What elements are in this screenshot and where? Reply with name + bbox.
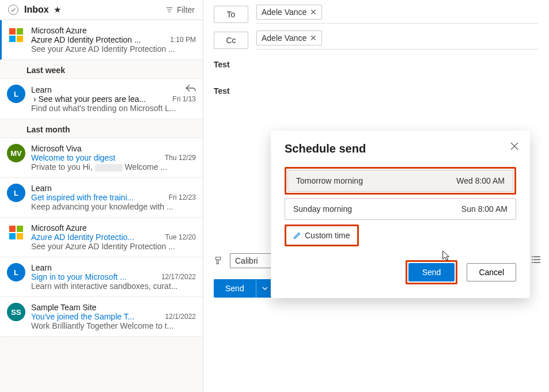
time: Fri 12/23 bbox=[169, 193, 196, 201]
time: 12/1/2022 bbox=[165, 313, 196, 321]
message-body[interactable]: Test bbox=[214, 86, 539, 96]
sender: Learn bbox=[31, 85, 52, 94]
custom-time-label: Custom time bbox=[305, 231, 350, 240]
close-button[interactable] bbox=[510, 142, 518, 153]
time: 1:10 PM bbox=[170, 36, 196, 44]
message-item[interactable]: L Learn Get inspired with free traini...… bbox=[0, 178, 203, 218]
sender: Learn bbox=[31, 263, 52, 272]
select-all-checkbox[interactable] bbox=[8, 5, 18, 15]
send-split-button: Send bbox=[214, 279, 274, 298]
microsoft-logo-icon bbox=[9, 226, 23, 239]
sender: Learn bbox=[31, 184, 52, 193]
schedule-send-confirm-button[interactable]: Send bbox=[408, 263, 455, 281]
highlight-custom: Custom time bbox=[285, 224, 359, 246]
font-family-select[interactable]: Calibri bbox=[230, 253, 276, 268]
message-item[interactable]: Microsoft Azure Azure AD Identity Protec… bbox=[0, 20, 203, 60]
subject: You've joined the Sample T... bbox=[31, 312, 134, 321]
option-time: Wed 8:00 AM bbox=[456, 176, 505, 185]
sender: Sample Team Site bbox=[31, 303, 96, 312]
avatar bbox=[7, 26, 25, 44]
schedule-send-cancel-button[interactable]: Cancel bbox=[467, 263, 516, 281]
check-icon bbox=[10, 7, 16, 13]
message-list-pane: Inbox ★ Filter Microsoft Azure Azure AD … bbox=[0, 0, 203, 392]
inbox-header: Inbox ★ Filter bbox=[0, 0, 203, 20]
folder-title: Inbox bbox=[24, 5, 49, 15]
avatar bbox=[7, 223, 25, 242]
schedule-option-sunday[interactable]: Sunday morning Sun 8:00 AM bbox=[285, 198, 516, 220]
send-button[interactable]: Send bbox=[214, 279, 256, 298]
sender: Microsoft Viva bbox=[31, 144, 82, 153]
section-last-week[interactable]: Last week bbox=[0, 60, 203, 79]
subject: Azure AD Identity Protection ... bbox=[31, 35, 141, 44]
preview: Private to you Hi, Welcome ... bbox=[31, 162, 196, 172]
filter-button[interactable]: Filter bbox=[165, 5, 195, 14]
to-field: To Adele Vance✕ bbox=[214, 5, 539, 24]
subject: Get inspired with free traini... bbox=[31, 193, 134, 202]
preview: See your Azure AD Identity Protection ..… bbox=[31, 44, 196, 54]
chip-label: Adele Vance bbox=[262, 33, 306, 43]
svg-point-2 bbox=[532, 262, 533, 263]
message-item[interactable]: MV Microsoft Viva Welcome to your digest… bbox=[0, 138, 203, 178]
preview: Learn with interactive sandboxes, curat.… bbox=[31, 281, 196, 291]
section-last-month[interactable]: Last month bbox=[0, 119, 203, 138]
preview: Keep advancing your knowledge with ... bbox=[31, 202, 196, 211]
highlight-send: Send bbox=[406, 260, 458, 284]
avatar: L bbox=[7, 184, 25, 202]
subject: Azure AD Identity Protectio... bbox=[31, 233, 134, 242]
custom-time-button[interactable]: Custom time bbox=[287, 227, 356, 243]
recipient-chip[interactable]: Adele Vance✕ bbox=[256, 5, 322, 20]
format-painter-icon[interactable] bbox=[214, 256, 224, 266]
avatar: MV bbox=[7, 144, 25, 162]
preview: Work Brilliantly Together Welcome to t..… bbox=[31, 321, 196, 330]
dialog-title: Schedule send bbox=[285, 142, 516, 155]
subject: Welcome to your digest bbox=[31, 153, 115, 162]
option-label: Tomorrow morning bbox=[296, 176, 363, 185]
subject: Sign in to your Microsoft ... bbox=[31, 272, 127, 281]
option-label: Sunday morning bbox=[293, 204, 352, 214]
message-item[interactable]: SS Sample Team Site You've joined the Sa… bbox=[0, 297, 203, 337]
list-icon[interactable] bbox=[532, 254, 542, 267]
cc-field: Cc Adele Vance✕ bbox=[214, 31, 539, 50]
sender: Microsoft Azure bbox=[31, 223, 86, 233]
message-item[interactable]: L Learn › See what your peers are lea...… bbox=[0, 79, 203, 119]
schedule-send-dialog: Schedule send Tomorrow morning Wed 8:00 … bbox=[271, 131, 530, 298]
filter-label: Filter bbox=[177, 5, 195, 14]
remove-chip-icon[interactable]: ✕ bbox=[310, 33, 317, 43]
redacted-text bbox=[95, 164, 123, 172]
schedule-option-tomorrow[interactable]: Tomorrow morning Wed 8:00 AM bbox=[287, 170, 513, 192]
avatar: L bbox=[7, 85, 25, 103]
sender: Microsoft Azure bbox=[31, 26, 86, 35]
microsoft-logo-icon bbox=[9, 28, 23, 42]
star-icon[interactable]: ★ bbox=[54, 5, 61, 15]
pencil-icon bbox=[293, 231, 301, 239]
close-icon bbox=[510, 142, 518, 150]
time: Tue 12/20 bbox=[165, 233, 196, 241]
time: Thu 12/29 bbox=[165, 154, 196, 162]
time: 12/17/2022 bbox=[161, 273, 196, 281]
highlight-tomorrow: Tomorrow morning Wed 8:00 AM bbox=[285, 167, 516, 195]
avatar: L bbox=[7, 263, 25, 281]
chip-label: Adele Vance bbox=[262, 7, 306, 17]
subject-field[interactable]: Test bbox=[214, 60, 539, 69]
message-item[interactable]: Microsoft Azure Azure AD Identity Protec… bbox=[0, 218, 203, 257]
to-button[interactable]: To bbox=[214, 6, 248, 23]
option-time: Sun 8:00 AM bbox=[461, 204, 508, 214]
recipient-chip[interactable]: Adele Vance✕ bbox=[256, 31, 322, 45]
filter-icon bbox=[165, 6, 173, 14]
svg-point-0 bbox=[532, 256, 533, 257]
preview: Find out what's trending on Microsoft L.… bbox=[31, 104, 196, 113]
reply-icon[interactable] bbox=[185, 85, 196, 94]
message-item[interactable]: L Learn Sign in to your Microsoft ...12/… bbox=[0, 257, 203, 297]
remove-chip-icon[interactable]: ✕ bbox=[310, 7, 317, 17]
subject: › See what your peers are lea... bbox=[31, 94, 146, 104]
time: Fri 1/13 bbox=[172, 95, 196, 103]
preview: See your Azure AD Identity Protection ..… bbox=[31, 242, 196, 251]
chevron-down-icon bbox=[262, 286, 268, 291]
avatar: SS bbox=[7, 303, 25, 321]
svg-point-1 bbox=[532, 259, 533, 260]
cc-button[interactable]: Cc bbox=[214, 32, 248, 49]
